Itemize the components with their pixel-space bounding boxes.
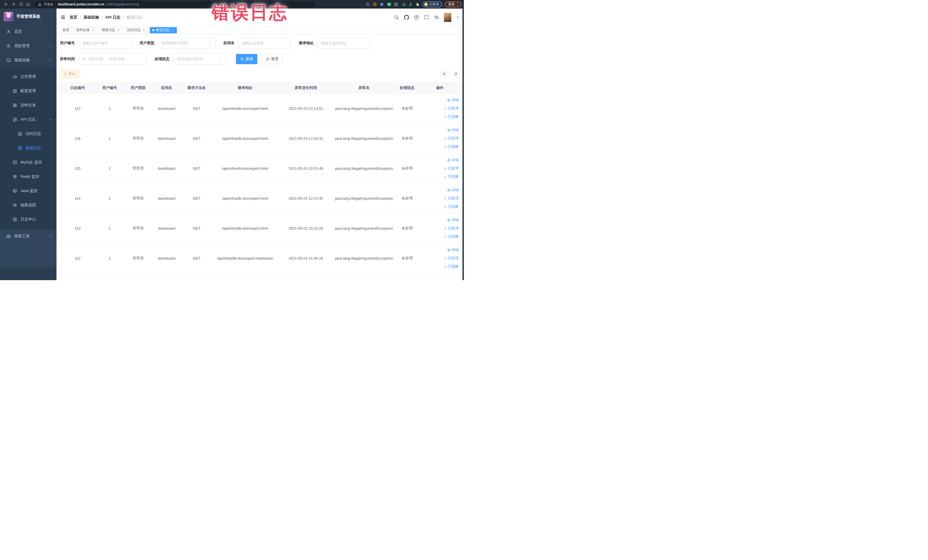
action-detail-link[interactable]: 详细 (447, 158, 459, 163)
tab-首页[interactable]: 首页 (60, 27, 72, 34)
action-processed-link[interactable]: 已处理 (444, 166, 459, 171)
help-icon[interactable] (414, 15, 419, 20)
sidebar-item-链路追踪[interactable]: 链路追踪 (0, 198, 56, 212)
sidebar-item-日志中心[interactable]: 日志中心 (0, 212, 56, 226)
close-icon[interactable] (92, 29, 95, 32)
action-ignored-link[interactable]: 已忽略 (444, 234, 459, 239)
sidebar-item-系统管理[interactable]: 系统管理 (0, 39, 56, 53)
sidebar-item-研发工具[interactable]: 研发工具 (0, 229, 56, 243)
sidebar-logo[interactable]: 芋道管理系统 (0, 9, 56, 24)
hamburger-icon[interactable] (60, 15, 65, 20)
action-processed-link[interactable]: 已处理 (444, 226, 459, 231)
search-icon[interactable] (394, 15, 399, 20)
action-detail-link[interactable]: 详细 (447, 248, 459, 252)
leaf-icon[interactable] (408, 2, 413, 6)
sidebar-item-API-日志[interactable]: API 日志 (0, 112, 56, 127)
font-size-icon[interactable] (434, 15, 439, 20)
search-button[interactable]: 搜索 (236, 54, 257, 64)
cell-user_id: 1 (95, 166, 124, 171)
user-id-input[interactable] (79, 38, 131, 49)
on-badge-icon[interactable] (401, 2, 406, 6)
column-header: 用户类型 (124, 85, 152, 90)
tab-访问日志[interactable]: 访问日志 (124, 27, 148, 34)
action-detail-link[interactable]: 详细 (447, 218, 459, 223)
breadcrumb-api-log[interactable]: API 日志 (105, 15, 121, 20)
sidebar-item-首页[interactable]: 首页 (0, 24, 56, 39)
cell-app_name: dashboard (152, 196, 181, 201)
update-browser-button[interactable]: 更新 (445, 2, 462, 8)
tab-定时任务[interactable]: 定时任务 (73, 27, 97, 34)
fullscreen-icon[interactable] (424, 15, 429, 20)
sidebar-item-Redis-监控[interactable]: Redis 监控 (0, 169, 56, 184)
sidebar-item-访问日志[interactable]: 访问日志 (0, 127, 56, 141)
shield-icon[interactable] (380, 2, 384, 6)
action-processed-link[interactable]: 已处理 (444, 256, 459, 261)
sidebar-item-MySQL-监控[interactable]: MySQL 监控 (0, 155, 56, 169)
star-icon[interactable] (365, 2, 370, 6)
reload-icon[interactable] (18, 2, 24, 7)
table-header-row: 日志编号用户编号用户类型应用名请求方法名请求地址异常发生时间异常名处理状态操作 (60, 82, 460, 93)
close-icon[interactable] (117, 29, 120, 32)
app-name-input[interactable] (238, 38, 291, 49)
action-detail-link[interactable]: 详细 (447, 188, 459, 192)
caret-down-icon[interactable] (456, 16, 459, 19)
back-icon[interactable] (3, 2, 9, 7)
breadcrumb: 首页 / 基础设施 / API 日志 / 错误日志 (70, 15, 142, 20)
request-url-input[interactable] (317, 38, 370, 49)
forward-icon[interactable] (11, 2, 16, 7)
check-icon (444, 175, 447, 179)
sidebar-item-Java-监控[interactable]: Java 监控 (0, 184, 56, 198)
check-circle-icon[interactable] (387, 2, 391, 6)
sidebar-item-label: 配置管理 (21, 89, 36, 93)
date-end-placeholder[interactable]: 结束日期 (109, 56, 124, 62)
grid-icon[interactable] (394, 2, 398, 6)
edit-icon (12, 117, 17, 122)
sidebar-item-定时任务[interactable]: 定时任务 (0, 98, 56, 112)
tab-错误日志[interactable]: 错误日志 (150, 27, 177, 34)
action-ignored-link[interactable]: 已忽略 (444, 114, 459, 119)
breadcrumb-home[interactable]: 首页 (70, 15, 77, 20)
kebab-menu-icon[interactable] (456, 2, 460, 6)
export-button[interactable]: 导出 (60, 70, 79, 78)
tab-label: 访问日志 (127, 27, 140, 32)
toggle-search-button[interactable] (440, 70, 449, 78)
close-icon[interactable] (142, 29, 145, 32)
date-range-picker[interactable]: 开始日期 - 结束日期 (79, 53, 147, 64)
action-processed-link[interactable]: 已处理 (444, 106, 459, 111)
sidebar-bottom-section: 研发工具 (0, 229, 56, 280)
action-ignored-link[interactable]: 已忽略 (444, 264, 459, 269)
github-icon[interactable] (404, 15, 409, 20)
puzzle-icon[interactable] (415, 2, 420, 6)
page-scrollbar[interactable] (462, 9, 464, 280)
action-processed-link[interactable]: 已处理 (444, 136, 459, 141)
target-icon[interactable] (372, 2, 377, 6)
cell-actions: 详细已处理已忽略 (420, 154, 460, 183)
action-ignored-link[interactable]: 已忽略 (444, 174, 459, 179)
action-processed-link[interactable]: 已处理 (444, 196, 459, 201)
close-icon[interactable] (171, 29, 174, 32)
paused-extension-badge[interactable]: 已暂停 (423, 2, 443, 8)
tab-label: 调度日志 (102, 27, 115, 32)
sidebar-item-基础设施[interactable]: 基础设施 (0, 53, 56, 67)
user-type-select[interactable]: 请选择用户类型 (158, 38, 215, 49)
action-ignored-link[interactable]: 已忽略 (444, 144, 459, 149)
action-detail-link[interactable]: 详细 (447, 98, 459, 103)
action-ignored-link[interactable]: 已忽略 (444, 204, 459, 209)
cell-actions: 详细已处理已忽略 (420, 183, 460, 213)
refresh-button[interactable] (451, 70, 460, 78)
sidebar: 芋道管理系统 首页 系统管理 基础设施 文件管理 配置管理 定时任务 API 日… (0, 9, 56, 280)
security-label[interactable]: 不安全 (44, 2, 53, 6)
sidebar-item-文件管理[interactable]: 文件管理 (0, 70, 56, 84)
filter-label: 请求地址 (299, 41, 313, 46)
sidebar-item-label: 基础设施 (14, 58, 30, 63)
home-icon[interactable] (25, 2, 31, 7)
date-start-placeholder[interactable]: 开始日期 (88, 56, 103, 62)
sidebar-item-错误日志[interactable]: 错误日志 (0, 141, 56, 155)
process-status-select[interactable]: 请选择处理状态 (174, 53, 226, 64)
reset-button[interactable]: 重置 (261, 54, 283, 64)
tab-调度日志[interactable]: 调度日志 (99, 27, 123, 34)
sidebar-item-配置管理[interactable]: 配置管理 (0, 84, 56, 98)
user-avatar[interactable] (444, 13, 451, 22)
action-detail-link[interactable]: 详细 (447, 128, 459, 133)
breadcrumb-infra[interactable]: 基础设施 (84, 15, 99, 20)
